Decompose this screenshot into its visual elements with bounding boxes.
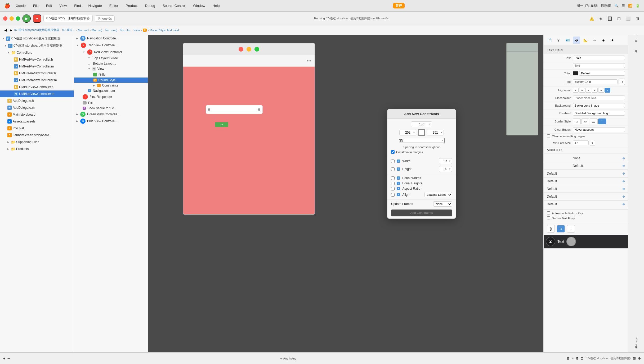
- font-select-wrapper[interactable]: System 14.0: [573, 79, 618, 84]
- breadcrumb-item-6[interactable]: View: [133, 29, 140, 32]
- view-effects-btn[interactable]: ✦: [609, 37, 616, 44]
- device-selector[interactable]: iPhone 6s: [95, 15, 115, 22]
- tree-item-hmred-h[interactable]: h HMRedViewController.h: [0, 56, 74, 63]
- equal-widths-checkbox[interactable]: [391, 176, 395, 180]
- menu-navigate[interactable]: Navigate: [87, 3, 103, 8]
- tree-item-assets[interactable]: ⊞ Assets.xcassets: [0, 118, 74, 125]
- align-justified-btn[interactable]: ≡: [592, 88, 598, 93]
- search-icon[interactable]: 🔍: [614, 4, 619, 8]
- scene-red-controller[interactable]: ▼ R Red View Controlle...: [74, 42, 148, 49]
- border-bezel-btn[interactable]: ▬: [590, 119, 598, 124]
- default3-stepper[interactable]: ⊕: [622, 179, 625, 183]
- scene-segue[interactable]: S Show segue to "Gr...: [74, 106, 148, 111]
- top-input-wrapper[interactable]: ▼: [411, 121, 432, 127]
- list-view-btn[interactable]: ≡: [571, 356, 574, 360]
- close-button[interactable]: [3, 16, 7, 21]
- zoom-button[interactable]: [16, 16, 20, 21]
- align-last-btn[interactable]: ≡: [605, 88, 610, 93]
- scheme-display[interactable]: 07-通过 story...使用导航控制器: [43, 15, 93, 22]
- clear-editing-checkbox[interactable]: [547, 134, 550, 138]
- menu-editor[interactable]: Editor: [108, 3, 120, 8]
- color-select-wrapper[interactable]: Default: [579, 71, 625, 76]
- menu-view[interactable]: View: [58, 3, 68, 8]
- text-field-in-simulator[interactable]: [206, 105, 263, 114]
- braces-btn[interactable]: {}: [547, 225, 555, 233]
- run-mode-button[interactable]: 🔲: [606, 16, 614, 21]
- quick-help-btn[interactable]: ?: [555, 37, 562, 44]
- default2-stepper[interactable]: ⊕: [622, 172, 625, 175]
- add-scene-btn[interactable]: +: [3, 356, 5, 361]
- debug-toggle[interactable]: ⬜: [624, 16, 632, 21]
- breakpoint-button[interactable]: ◈: [598, 16, 604, 21]
- menu-find[interactable]: Find: [73, 3, 82, 8]
- scene-nav-controller[interactable]: ▶ N Navigation Controlle...: [74, 35, 148, 42]
- breadcrumb-item-7[interactable]: F: [143, 29, 147, 32]
- tree-item-info-plist[interactable]: P Info plat: [0, 125, 74, 132]
- menu-help[interactable]: Help: [211, 3, 221, 8]
- text-select-wrapper[interactable]: Plain: [573, 56, 625, 60]
- tree-item-supporting[interactable]: ▶ 📁 Supporting Files: [0, 139, 74, 145]
- bg-select-wrapper[interactable]: Background Image: [573, 103, 625, 108]
- default1-stepper[interactable]: ⊕: [622, 164, 625, 168]
- align-center-btn[interactable]: ≡: [579, 88, 585, 93]
- align-select[interactable]: Leading Edges: [424, 192, 452, 197]
- scene-view[interactable]: ▼ V View: [74, 66, 148, 71]
- color-swatch[interactable]: [573, 71, 578, 75]
- width-value-input[interactable]: [439, 158, 452, 164]
- height-value-wrapper[interactable]: ▼: [439, 166, 452, 172]
- tree-item-hmgreen-h[interactable]: h HMGreenViewController.h: [0, 70, 74, 77]
- control-center-icon[interactable]: ☰: [622, 4, 625, 8]
- connections-inspector-btn[interactable]: →: [591, 37, 598, 44]
- top-constraint-input[interactable]: [411, 121, 432, 127]
- default5-stepper[interactable]: ⊕: [622, 195, 625, 198]
- clear-btn-select[interactable]: Never appears: [573, 127, 625, 132]
- scene-green-controller[interactable]: ▶ G Green View Controlle...: [74, 111, 148, 118]
- attributes-inspector-btn[interactable]: ⚙: [573, 37, 580, 44]
- border-line-btn[interactable]: ▭: [581, 119, 589, 124]
- breadcrumb-back[interactable]: ◀: [3, 28, 8, 32]
- tree-item-hmblue-m[interactable]: m HMBlueViewController.m: [0, 90, 74, 97]
- left-input-wrapper[interactable]: ▼: [399, 130, 416, 135]
- input-method[interactable]: 搜狗拼: [601, 3, 611, 8]
- minimize-button[interactable]: [10, 16, 14, 21]
- tree-item-hmgreen-m[interactable]: m HMGreenViewController.m: [0, 77, 74, 84]
- font-size-stepper[interactable]: T↕: [619, 79, 625, 85]
- tree-item-appdelegate-m[interactable]: m AppDelegate.m: [0, 104, 74, 111]
- menu-xcode[interactable]: Xcode: [14, 3, 27, 8]
- tree-item-hmred-m[interactable]: m HMRedViewController.m: [0, 63, 74, 70]
- device-constraints-btn[interactable]: ⊕: [576, 356, 579, 360]
- tree-item-launchscreen[interactable]: S LaunchScreen.storyboard: [0, 132, 74, 139]
- bottom-input-wrapper[interactable]: ▼: [399, 138, 445, 143]
- bindings-inspector-btn[interactable]: ◈: [600, 37, 607, 44]
- tree-item-hmblue-h[interactable]: h HMBlueViewController.h: [0, 84, 74, 90]
- navigator-toggle[interactable]: ◫: [616, 16, 622, 21]
- align-natural-btn[interactable]: ≡: [598, 88, 604, 93]
- apple-menu[interactable]: 🍎: [4, 3, 10, 9]
- menu-product[interactable]: Product: [124, 3, 139, 8]
- height-checkbox[interactable]: [391, 167, 395, 171]
- tree-item-root[interactable]: ▼ P 07-通过 storyboard使用导航控制器: [0, 35, 74, 42]
- align-right-btn[interactable]: ≡: [585, 88, 591, 93]
- clear-btn-wrapper[interactable]: Never appears: [573, 127, 625, 132]
- tree-item-controllers[interactable]: ▼ 📁 Controllers: [0, 49, 74, 56]
- zoom-fit-btn[interactable]: ⊡: [581, 356, 584, 360]
- tree-item-appdelegate-h[interactable]: h AppDelegate.h: [0, 97, 74, 104]
- breadcrumb-item-1[interactable]: 07-通过...: [62, 28, 75, 32]
- color-select[interactable]: Default: [579, 71, 625, 76]
- scene-constraints[interactable]: ▶ C Constraints: [74, 83, 148, 88]
- scene-top-layout[interactable]: ⊤ Top Layout Guide: [74, 56, 148, 61]
- breadcrumb-item-4[interactable]: Re...ene): [105, 29, 117, 32]
- disabled-bg-select[interactable]: Disabled Background Img...: [573, 111, 625, 116]
- warning-button[interactable]: ⚠️: [588, 16, 596, 21]
- breadcrumb-item-0[interactable]: 07-通过 storyboard使用导航控制器: [14, 28, 59, 32]
- height-value-input[interactable]: [439, 166, 452, 172]
- aspect-ratio-checkbox[interactable]: [391, 187, 395, 190]
- identity-inspector-btn[interactable]: 🪪: [564, 37, 571, 44]
- breadcrumb-item-5[interactable]: Re...ller: [120, 29, 131, 32]
- min-font-input[interactable]: [573, 140, 589, 145]
- tree-item-products[interactable]: ▶ 📁 Products: [0, 145, 74, 152]
- tree-item-root2[interactable]: ▼ P 07-通过 storyboard使用导航控制器: [0, 42, 74, 49]
- scene-round-style[interactable]: F Round Style...: [74, 78, 148, 83]
- constrain-margins-checkbox[interactable]: [391, 150, 395, 154]
- size-inspector-btn[interactable]: 📐: [582, 37, 589, 44]
